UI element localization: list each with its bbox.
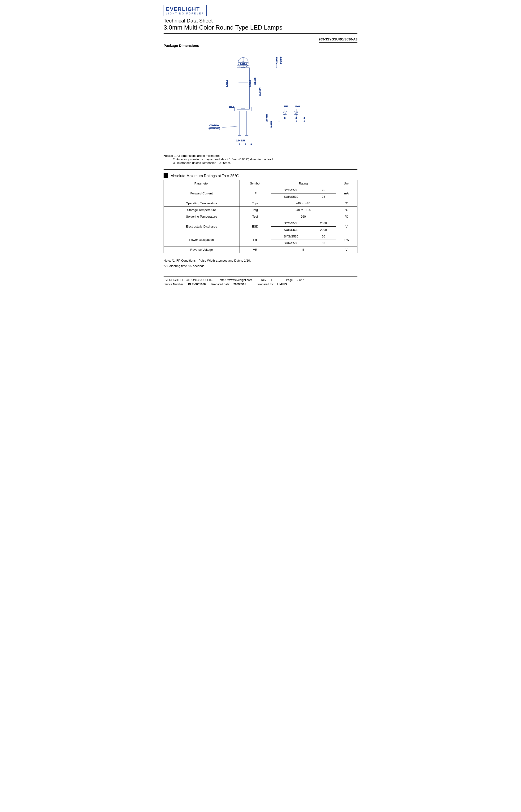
note-2: 2. An epoxy meniscus may extend about 1.… <box>173 157 273 161</box>
footer-left: EVERLIGHT ELECTRONICS CO.,LTD. http : //… <box>164 278 304 286</box>
footer-device-value: DLE-0001666 <box>188 283 206 286</box>
svg-rect-7 <box>235 107 252 111</box>
title-main: Technical Data Sheet <box>164 18 282 24</box>
unit-pd: mW <box>336 233 357 246</box>
package-dimensions-title: Package Dimensions <box>164 44 357 47</box>
svg-text:2: 2 <box>245 143 246 146</box>
unit-op-temp: ℃ <box>336 200 357 207</box>
svg-text:2.0 MIN: 2.0 MIN <box>270 121 273 128</box>
ratings-title-text: Absolute Maximum Ratings at Ta = 25℃ <box>171 174 239 178</box>
svg-point-43 <box>295 117 297 119</box>
col-unit: Unit <box>336 180 357 187</box>
svg-text:□ 0.5: □ 0.5 <box>229 106 234 108</box>
table-header-row: Parameter Symbol Rating Unit <box>164 180 357 187</box>
svg-text:4.0±0.3: 4.0±0.3 <box>275 57 278 64</box>
unit-vr: V <box>336 246 357 253</box>
label-syg-esd: SYG/S530 <box>271 220 311 226</box>
section-divider <box>164 169 357 170</box>
sym-pd: Pd <box>240 233 271 246</box>
svg-text:6.7±0.5: 6.7±0.5 <box>226 80 228 87</box>
val-syg-s530-if: 25 <box>311 187 336 194</box>
col-parameter: Parameter <box>164 180 240 187</box>
val-st-temp: -40 to +100 <box>271 207 336 213</box>
svg-text:1.0±0.2: 1.0±0.2 <box>249 80 251 87</box>
col-symbol: Symbol <box>240 180 271 187</box>
footer-company-row: EVERLIGHT ELECTRONICS CO.,LTD. http : //… <box>164 278 304 282</box>
param-sol-temp: Soldering Temperature <box>164 213 240 220</box>
package-diagram-svg: 3.0±0.2 4.0±0.3 6.7±0.5 1.0±0.2 5.2±0.3 … <box>199 50 322 149</box>
footer-prepared-by-label: Prepared by: <box>257 283 274 286</box>
val-sur-s530-if: 25 <box>311 194 336 200</box>
svg-text:2: 2 <box>295 120 297 123</box>
svg-point-44 <box>304 117 305 119</box>
footer-device-row: Device Number : DLE-0001666 Prepared dat… <box>164 283 304 286</box>
svg-rect-4 <box>237 68 249 109</box>
diagram-area: 3.0±0.2 4.0±0.3 6.7±0.5 1.0±0.2 5.2±0.3 … <box>164 50 357 149</box>
footer-page-value: 2 of 7 <box>297 278 304 282</box>
unit-esd: V <box>336 220 357 233</box>
svg-point-42 <box>284 117 286 119</box>
val-sur-pd: 60 <box>311 240 336 246</box>
logo-text: EVERLIGHT <box>166 6 204 12</box>
sym-forward-current: IF <box>240 187 271 200</box>
ratings-section-title: Absolute Maximum Ratings at Ta = 25℃ <box>164 173 357 178</box>
footer-website: http : //www.everlight.com <box>220 278 252 282</box>
table-row: Forward Current IF SYG/S530 25 mA <box>164 187 357 194</box>
title-sub: 3.0mm Multi-Color Round Type LED Lamps <box>164 24 282 31</box>
val-op-temp: -40 to +85 <box>271 200 336 207</box>
label-syg-pd: SYG/S530 <box>271 233 311 240</box>
footer-prepared-date-label: Prepared date: <box>211 283 230 286</box>
svg-text:3.0±0.2: 3.0±0.2 <box>240 63 247 65</box>
param-pd: Power Dissipation <box>164 233 240 246</box>
footer-rev-label: Rev.: <box>261 278 267 282</box>
col-rating: Rating <box>271 180 336 187</box>
param-vr: Reverse Voltage <box>164 246 240 253</box>
note-1: 1.All dimensions are in millimetres <box>174 154 221 157</box>
svg-text:2.54 2.54: 2.54 2.54 <box>236 139 245 142</box>
svg-text:(CATHODE): (CATHODE) <box>209 127 220 129</box>
svg-text:5.2±0.3: 5.2±0.3 <box>254 78 256 84</box>
label-sur-pd: SUR/S530 <box>271 240 311 246</box>
table-row: Electrostatic Discharge ESD SYG/S530 200… <box>164 220 357 226</box>
table-row: Soldering Temperature Tsol 260 ℃ <box>164 213 357 220</box>
footer-note-line2: *2:Soldering time ≤ 5 seconds. <box>164 263 357 269</box>
table-row: Storage Temperature Tstg -40 to +100 ℃ <box>164 207 357 213</box>
svg-rect-12 <box>241 107 245 109</box>
notes-header: Notes: <box>164 154 173 157</box>
val-sol-temp: 260 <box>271 213 336 220</box>
sym-op-temp: Topr <box>240 200 271 207</box>
label-syg-s530-if: SYG/S530 <box>271 187 311 194</box>
unit-st-temp: ℃ <box>336 207 357 213</box>
svg-text:SYG: SYG <box>295 105 300 108</box>
svg-text:3: 3 <box>304 120 305 123</box>
table-row: Power Dissipation Pd SYG/S530 60 mW <box>164 233 357 240</box>
val-syg-pd: 60 <box>311 233 336 240</box>
footer-note: Note: *1:IFP Conditions --Pulse Width ≤ … <box>164 258 357 269</box>
svg-text:20.5 MIN: 20.5 MIN <box>258 88 261 96</box>
param-esd: Electrostatic Discharge <box>164 220 240 233</box>
footer-note-line1: Note: *1:IFP Conditions --Pulse Width ≤ … <box>164 258 357 263</box>
svg-text:4.0±0.3: 4.0±0.3 <box>280 57 282 64</box>
footer-page-label: Page: <box>286 278 293 282</box>
svg-line-29 <box>223 126 238 128</box>
footer-company: EVERLIGHT ELECTRONICS CO.,LTD. <box>164 278 213 282</box>
logo-box: EVERLIGHT LIGHTING FOREVER <box>164 5 207 16</box>
svg-text:COMMON: COMMON <box>209 124 219 127</box>
page-header: EVERLIGHT LIGHTING FOREVER Technical Dat… <box>164 5 357 31</box>
footer-prepared-by-value: LIMING <box>277 283 287 286</box>
param-op-temp: Operating Temperature <box>164 200 240 207</box>
svg-text:2.0 MIN: 2.0 MIN <box>266 114 268 122</box>
sym-vr: VR <box>240 246 271 253</box>
unit-sol-temp: ℃ <box>336 213 357 220</box>
table-row: Operating Temperature Topr -40 to +85 ℃ <box>164 200 357 207</box>
svg-text:1: 1 <box>278 120 279 123</box>
sym-st-temp: Tstg <box>240 207 271 213</box>
top-divider <box>164 33 357 34</box>
val-sur-esd: 2000 <box>311 226 336 233</box>
sym-esd: ESD <box>240 220 271 233</box>
label-sur-esd: SUR/S530 <box>271 226 311 233</box>
unit-forward-current: mA <box>336 187 357 200</box>
section-icon <box>164 173 168 178</box>
sym-sol-temp: Tsol <box>240 213 271 220</box>
label-sur-s530-if: SUR/S530 <box>271 194 311 200</box>
